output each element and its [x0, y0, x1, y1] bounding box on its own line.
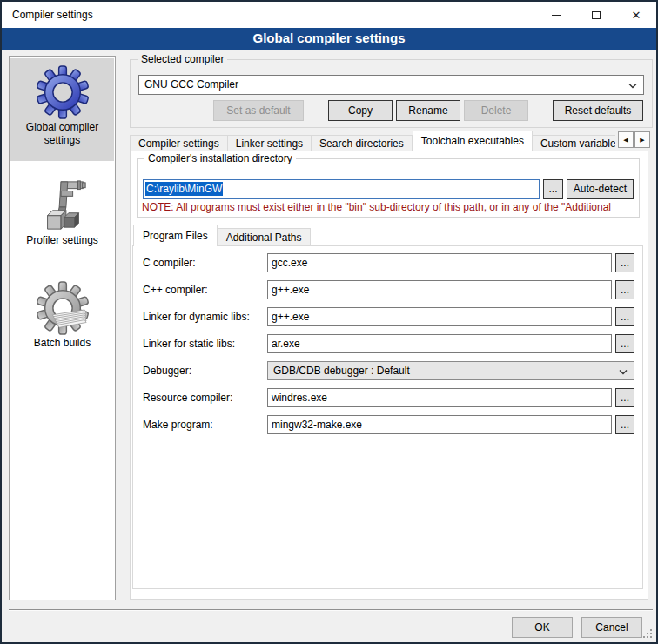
install-dir-group-label: Compiler's installation directory — [144, 152, 296, 164]
sidebar-item-global-compiler-settings[interactable]: Global compiler settings — [10, 58, 114, 161]
close-icon: ✕ — [632, 10, 641, 21]
tab-scroll-left-button[interactable]: ◀ — [618, 131, 634, 148]
selected-compiler-group-label: Selected compiler — [138, 53, 227, 65]
linker-for-dynamic-libs-label: Linker for dynamic libs: — [143, 307, 250, 326]
compiler-action-buttons: Set as defaultCopyRenameDeleteReset defa… — [131, 100, 653, 121]
sidebar-item-label: Profiler settings — [10, 234, 114, 247]
make-program-browse-button[interactable]: ... — [615, 415, 634, 434]
linker-for-dynamic-libs-input[interactable]: g++.exe — [267, 307, 612, 326]
tab-toolchain-executables[interactable]: Toolchain executables — [413, 131, 533, 151]
tab-search-directories[interactable]: Search directories — [312, 135, 413, 151]
caliper-icon — [36, 178, 90, 232]
install-dir-browse-button[interactable]: ... — [543, 179, 563, 199]
settings-tabstrip: Compiler settingsLinker settingsSearch d… — [130, 131, 615, 151]
program-files-page: C compiler:gcc.exe...C++ compiler:g++.ex… — [132, 245, 643, 589]
rename-button[interactable]: Rename — [396, 100, 460, 121]
titlebar: Compiler settings ✕ — [2, 2, 656, 28]
sidebar-item-label: Global compiler settings — [10, 121, 114, 147]
page-title: Global compiler settings — [2, 28, 656, 50]
tab-scroll-right-icon: ▶ — [640, 137, 644, 144]
cancel-button[interactable]: Cancel — [581, 617, 642, 638]
linker-for-dynamic-libs-browse-button[interactable]: ... — [615, 307, 634, 326]
sidebar: Global compiler settingsProfiler setting… — [9, 56, 116, 600]
autodetect-button[interactable]: Auto-detect — [567, 179, 634, 199]
subtab-additional-paths[interactable]: Additional Paths — [218, 228, 312, 246]
tab-scroll-arrows: ◀ ▶ — [617, 131, 650, 148]
chevron-down-icon — [628, 84, 637, 89]
chevron-down-icon — [619, 370, 628, 375]
c-compiler-label: C++ compiler: — [143, 280, 208, 299]
tab-scroll-left-icon: ◀ — [623, 137, 628, 144]
debugger-select[interactable]: GDB/CDB debugger : Default — [267, 361, 634, 380]
compiler-select[interactable]: GNU GCC Compiler — [138, 75, 644, 95]
delete-button: Delete — [464, 100, 528, 121]
make-program-label: Make program: — [143, 415, 213, 434]
linker-for-static-libs-browse-button[interactable]: ... — [615, 334, 634, 353]
tab-linker-settings[interactable]: Linker settings — [228, 135, 312, 151]
sidebar-item-label: Batch builds — [10, 337, 114, 350]
install-dir-selected-text: C:\raylib\MinGW — [145, 182, 223, 196]
c-compiler-input[interactable]: gcc.exe — [267, 253, 612, 272]
copy-button[interactable]: Copy — [328, 100, 393, 121]
make-program-input[interactable]: mingw32-make.exe — [267, 415, 612, 434]
tab-compiler-settings[interactable]: Compiler settings — [130, 135, 228, 151]
debugger-value: GDB/CDB debugger : Default — [273, 365, 410, 377]
tab-scroll-right-button[interactable]: ▶ — [634, 131, 650, 148]
maximize-icon — [592, 11, 601, 19]
resize-grip[interactable] — [643, 629, 653, 639]
gear-stack-icon — [36, 281, 90, 335]
reset-defaults-button[interactable]: Reset defaults — [553, 100, 643, 121]
install-dir-input[interactable]: C:\raylib\MinGW — [143, 179, 540, 199]
install-dir-note: NOTE: All programs must exist either in … — [142, 201, 639, 213]
resource-compiler-browse-button[interactable]: ... — [615, 388, 634, 407]
gear-blue-icon — [36, 65, 90, 119]
c-compiler-label: C compiler: — [143, 253, 196, 272]
sidebar-item-batch-builds[interactable]: Batch builds — [10, 276, 114, 377]
files-subtabstrip: Program FilesAdditional Paths — [133, 225, 311, 246]
maximize-button[interactable] — [576, 2, 616, 28]
c-compiler-input[interactable]: g++.exe — [267, 280, 612, 299]
linker-for-static-libs-label: Linker for static libs: — [143, 334, 235, 353]
ok-button[interactable]: OK — [512, 617, 573, 638]
minimize-button[interactable] — [536, 2, 576, 28]
resource-compiler-label: Resource compiler: — [143, 388, 232, 407]
minimize-icon — [552, 15, 561, 16]
sidebar-item-profiler-settings[interactable]: Profiler settings — [10, 173, 114, 271]
resource-compiler-input[interactable]: windres.exe — [267, 388, 612, 407]
footer-separator — [9, 609, 653, 611]
set-as-default-button: Set as default — [213, 100, 304, 121]
window-title: Compiler settings — [12, 2, 93, 28]
compiler-select-value: GNU GCC Compiler — [144, 78, 238, 91]
debugger-label: Debugger: — [143, 361, 191, 380]
close-button[interactable]: ✕ — [616, 2, 656, 28]
linker-for-static-libs-input[interactable]: ar.exe — [267, 334, 612, 353]
tab-custom-variables[interactable]: Custom variables — [533, 135, 615, 151]
c-compiler-browse-button[interactable]: ... — [615, 253, 634, 272]
compiler-settings-dialog: Compiler settings ✕ Global compiler sett… — [0, 0, 658, 644]
subtab-program-files[interactable]: Program Files — [133, 225, 218, 246]
c-compiler-browse-button[interactable]: ... — [615, 280, 634, 299]
